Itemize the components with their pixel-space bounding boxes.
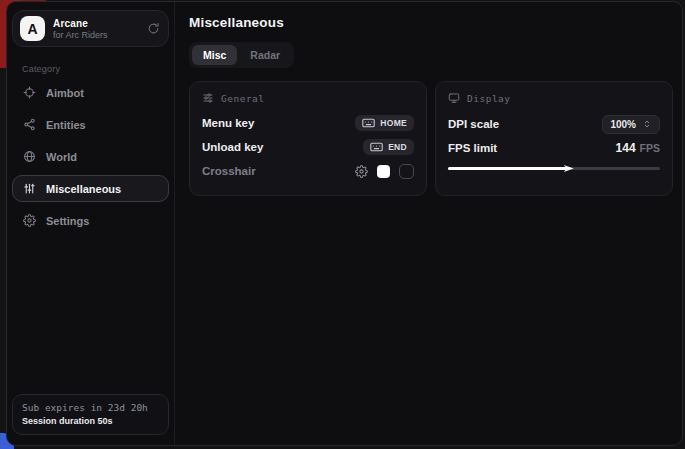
dpi-scale-label: DPI scale <box>448 118 499 130</box>
app-name: Arcane <box>53 18 108 29</box>
sidebar-item-label: Settings <box>46 215 89 227</box>
fps-limit-label: FPS limit <box>448 142 497 154</box>
session-duration: Session duration 50s <box>22 416 159 426</box>
main-panel: Miscellaneous Misc Radar General <box>175 2 683 445</box>
sidebar-item-miscellaneous[interactable]: Miscellaneous <box>12 175 169 202</box>
sidebar-item-entities[interactable]: Entities <box>12 111 169 138</box>
crosshair-settings-gear-icon[interactable] <box>355 165 368 178</box>
category-label: Category <box>22 64 169 74</box>
globe-icon <box>23 150 36 163</box>
gear-icon <box>23 214 36 227</box>
crosshair-color-swatch[interactable] <box>377 165 390 178</box>
menu-key-bind-button[interactable]: HOME <box>355 115 414 131</box>
menu-key-row: Menu key HOME <box>202 111 414 135</box>
sidebar: A Arcane for Arc Riders Category Aimbot <box>7 2 175 445</box>
fps-limit-row: FPS limit 144 FPS <box>448 137 660 159</box>
unload-key-label: Unload key <box>202 141 263 153</box>
display-card-header: Display <box>448 92 660 104</box>
subscription-expiry: Sub expires in 23d 20h <box>22 402 159 413</box>
keyboard-icon <box>370 142 383 152</box>
tab-misc[interactable]: Misc <box>192 45 237 65</box>
display-card: Display DPI scale 100% FPS limit <box>435 81 673 196</box>
fps-limit-number: 144 <box>616 141 636 155</box>
app-subtitle: for Arc Riders <box>53 30 108 40</box>
sidebar-item-world[interactable]: World <box>12 143 169 170</box>
fps-limit-slider[interactable] <box>448 163 660 174</box>
app-window: A Arcane for Arc Riders Category Aimbot <box>6 1 683 446</box>
menu-key-label: Menu key <box>202 117 254 129</box>
general-card: General Menu key HOME Unload key <box>189 81 427 196</box>
cards-row: General Menu key HOME Unload key <box>189 81 673 196</box>
tab-bar: Misc Radar <box>189 42 294 68</box>
sidebar-item-label: Aimbot <box>46 87 84 99</box>
fps-limit-unit: FPS <box>640 142 660 154</box>
page-title: Miscellaneous <box>189 15 673 30</box>
crosshair-enabled-checkbox[interactable] <box>399 164 414 179</box>
unload-key-value: END <box>388 142 407 152</box>
dpi-scale-row: DPI scale 100% <box>448 111 660 137</box>
crosshair-icon <box>23 86 36 99</box>
sidebar-item-aimbot[interactable]: Aimbot <box>12 79 169 106</box>
sliders-horizontal-icon <box>202 92 214 104</box>
display-card-title: Display <box>467 93 511 104</box>
menu-key-value: HOME <box>380 118 407 128</box>
app-logo-avatar: A <box>20 16 45 41</box>
fps-slider-fill <box>448 167 567 170</box>
fps-limit-value: 144 FPS <box>616 141 660 155</box>
sidebar-item-label: Entities <box>46 119 86 131</box>
refresh-icon[interactable] <box>147 22 160 35</box>
monitor-icon <box>448 92 460 104</box>
keyboard-icon <box>362 118 375 128</box>
subscription-card: Sub expires in 23d 20h Session duration … <box>12 394 169 435</box>
chevrons-up-down-icon <box>642 119 652 129</box>
app-logo-card: A Arcane for Arc Riders <box>12 10 169 47</box>
crosshair-label: Crosshair <box>202 165 256 177</box>
general-card-header: General <box>202 92 414 104</box>
sidebar-item-label: World <box>46 151 77 163</box>
sidebar-item-label: Miscellaneous <box>46 183 121 195</box>
app-logo-text: Arcane for Arc Riders <box>53 18 108 40</box>
dpi-scale-select[interactable]: 100% <box>602 115 660 134</box>
sidebar-nav: Aimbot Entities World <box>12 79 169 234</box>
crosshair-controls <box>355 164 414 179</box>
faders-icon <box>23 182 36 195</box>
tab-radar[interactable]: Radar <box>239 45 291 65</box>
dpi-scale-value: 100% <box>610 119 636 130</box>
share-network-icon <box>23 118 36 131</box>
general-card-title: General <box>221 93 265 104</box>
crosshair-row: Crosshair <box>202 159 414 183</box>
sidebar-item-settings[interactable]: Settings <box>12 207 169 234</box>
unload-key-row: Unload key END <box>202 135 414 159</box>
unload-key-bind-button[interactable]: END <box>363 139 414 155</box>
